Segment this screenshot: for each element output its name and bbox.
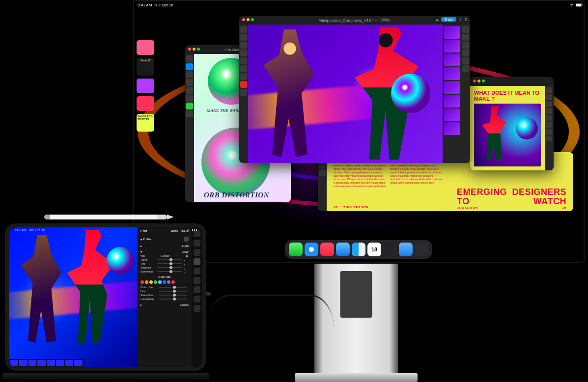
slider-hue[interactable] (159, 291, 187, 292)
thumb[interactable] (74, 360, 83, 366)
thumb[interactable] (10, 360, 18, 366)
dock-app-files[interactable] (399, 243, 413, 256)
stage-tile[interactable] (137, 40, 154, 55)
window-titlebar[interactable]: Manipulation_Composite_V13 * ~ 51% ☁︎ Sh… (239, 16, 470, 25)
panel-icon[interactable] (546, 108, 552, 114)
side-tool-mask[interactable] (194, 249, 200, 256)
panel-icon[interactable] (546, 115, 552, 121)
stage-tile[interactable] (137, 79, 154, 93)
tool-more[interactable] (240, 89, 247, 96)
side-tool-optics[interactable] (194, 296, 200, 302)
dock-app-app-library[interactable] (415, 243, 428, 256)
panel-icon[interactable] (462, 57, 469, 64)
export-icon[interactable]: ⇪ (459, 18, 462, 22)
panel-icon[interactable] (462, 42, 469, 49)
slider-saturation[interactable] (159, 295, 187, 296)
color-dot-magenta[interactable] (171, 280, 175, 284)
color-dot-aqua[interactable] (158, 280, 162, 284)
thumb[interactable] (19, 360, 28, 366)
layer-thumb[interactable] (444, 67, 460, 80)
tool-brush[interactable] (186, 63, 193, 70)
section-profile[interactable]: Profile (143, 238, 151, 241)
zoom-level[interactable]: 51% (380, 18, 391, 22)
share-button[interactable]: Share (441, 17, 456, 22)
tool-shape[interactable] (186, 87, 193, 94)
thumb[interactable] (47, 360, 55, 366)
panel-icon[interactable] (546, 94, 552, 100)
dock-app-mail[interactable] (336, 243, 350, 256)
color-dot-blue[interactable] (163, 280, 166, 284)
poster-canvas[interactable]: WHAT DOES IT MEAN TO MAKE ? (470, 86, 545, 170)
tool[interactable] (319, 169, 326, 176)
color-mix-dots[interactable] (138, 279, 192, 285)
section-effects[interactable]: Effects (180, 303, 189, 306)
layer-thumb[interactable] (444, 40, 460, 53)
tool-text[interactable] (240, 73, 247, 80)
tool-select[interactable] (240, 34, 247, 41)
dock-app-calendar[interactable]: 18 (367, 243, 381, 256)
side-tool-effects[interactable] (194, 277, 200, 284)
thumb[interactable] (56, 360, 64, 366)
dock-app-messages[interactable] (289, 243, 303, 256)
tool-record[interactable] (240, 81, 247, 88)
color-dot-purple[interactable] (167, 280, 170, 284)
panel-icon[interactable] (546, 87, 552, 93)
layer-thumb[interactable] (444, 81, 460, 94)
tool-pen[interactable] (186, 71, 193, 78)
dock-app-music[interactable] (320, 243, 334, 256)
window-poster-preview[interactable]: WHAT DOES IT MEAN TO MAKE ? (470, 77, 554, 170)
profile-thumb[interactable] (184, 237, 189, 242)
slider-temp[interactable] (157, 259, 182, 260)
layer-thumb[interactable] (444, 54, 460, 66)
eyedropper-icon[interactable]: 💧 (185, 254, 189, 257)
tool-brush[interactable] (240, 57, 247, 64)
section-colormix[interactable]: Color Mix (158, 275, 170, 278)
dock-app-photos[interactable] (383, 243, 397, 256)
tool-lasso[interactable] (240, 42, 247, 49)
section-color[interactable]: Color (182, 250, 189, 253)
window-image-editor[interactable]: Manipulation_Composite_V13 * ~ 51% ☁︎ Sh… (239, 16, 470, 163)
side-tool-color[interactable] (194, 268, 200, 274)
color-dot-green[interactable] (154, 280, 157, 284)
panel-icon[interactable] (546, 101, 552, 107)
layers-panel[interactable] (443, 25, 461, 163)
stage-tile[interactable] (137, 96, 154, 111)
panel-icon[interactable] (462, 26, 469, 33)
filmstrip[interactable] (9, 359, 84, 367)
layer-thumb[interactable] (444, 95, 460, 108)
wb-value[interactable]: Custom (160, 254, 169, 257)
tool-text[interactable] (186, 95, 193, 102)
panel-icon[interactable] (462, 34, 469, 41)
side-tool-geometry[interactable] (194, 305, 200, 312)
panel-icon[interactable] (462, 50, 469, 56)
stage-tile[interactable]: Studio 22 (137, 58, 154, 76)
color-dot-yellow[interactable] (149, 280, 153, 284)
image-canvas[interactable] (248, 25, 443, 163)
thumb[interactable] (28, 360, 37, 366)
dock-app-safari[interactable] (305, 243, 318, 256)
tool-move[interactable] (240, 26, 247, 33)
lr-image-canvas[interactable] (9, 227, 138, 367)
window-titlebar[interactable] (470, 77, 554, 86)
slider-saturation[interactable] (157, 271, 182, 272)
color-dot-orange[interactable] (145, 280, 148, 284)
panel-icon[interactable] (462, 65, 469, 72)
tool-crop[interactable] (240, 50, 247, 56)
stage-tile[interactable]: SHOOT RD.3 SELECTS (137, 114, 154, 132)
tool-select[interactable] (186, 55, 193, 62)
slider-luminance[interactable] (159, 299, 187, 300)
tool-more[interactable] (186, 110, 193, 117)
settings-icon[interactable]: ⚙︎ (464, 18, 467, 22)
color-dot-red[interactable] (140, 280, 144, 284)
tool-heal[interactable] (240, 65, 247, 72)
panel-icon[interactable] (546, 136, 552, 141)
slider-color-hue[interactable] (159, 287, 187, 288)
section-light[interactable]: Light (182, 245, 189, 247)
layer-thumb[interactable] (444, 122, 460, 135)
layer-thumb[interactable] (444, 26, 460, 39)
layer-thumb[interactable] (444, 109, 460, 121)
slider-tint[interactable] (157, 263, 182, 264)
side-tool-heal[interactable] (194, 240, 200, 246)
tool-eraser[interactable] (186, 79, 193, 86)
side-tool-detail[interactable] (194, 286, 200, 293)
